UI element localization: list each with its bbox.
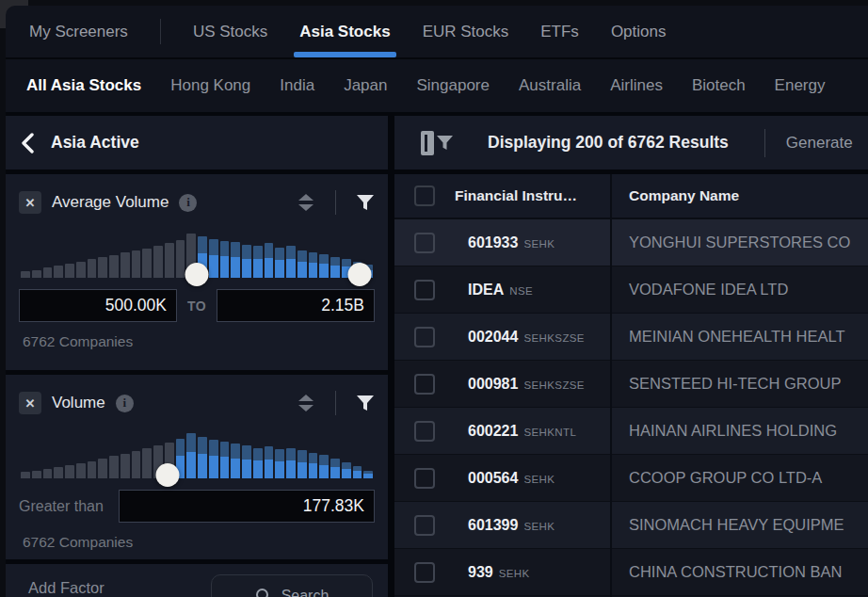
row-exchange: SEHK: [523, 238, 555, 250]
table-row[interactable]: 939 SEHK CHINA CONSTRUCTION BAN: [394, 549, 868, 596]
histogram-bar: [76, 463, 86, 478]
histogram-bar: [242, 245, 251, 278]
row-checkbox[interactable]: [414, 327, 435, 347]
add-factor-label[interactable]: Add Factor: [28, 579, 104, 597]
row-checkbox[interactable]: [414, 374, 435, 395]
slider-handle[interactable]: [348, 263, 372, 286]
back-chevron-icon[interactable]: [21, 133, 35, 153]
histogram-bar: [297, 250, 307, 278]
tabbar-divider: [160, 19, 161, 44]
table-row[interactable]: 600221 SEHKNTL HAINAN AIRLINES HOLDING: [394, 408, 868, 455]
histogram-bar: [121, 252, 130, 278]
close-icon[interactable]: ✕: [19, 191, 41, 214]
search-button[interactable]: Search: [211, 574, 373, 597]
select-all-checkbox[interactable]: [414, 186, 435, 206]
column-header-instrument[interactable]: Financial Instru…: [455, 187, 610, 204]
histogram-bar: [330, 459, 340, 478]
histogram-bar: [253, 246, 263, 278]
tab-etfs[interactable]: ETFs: [540, 6, 579, 57]
table-row[interactable]: 002044 SEHKSZSE MEINIAN ONEHEALTH HEALT: [394, 314, 868, 361]
slider-handle[interactable]: [185, 263, 209, 286]
row-checkbox[interactable]: [414, 515, 435, 536]
info-icon[interactable]: i: [116, 395, 134, 412]
funnel-icon[interactable]: [356, 194, 375, 212]
companies-count: 6762 Companies: [23, 333, 375, 350]
condition-label: Greater than: [19, 498, 104, 515]
row-ticker: 000981: [468, 376, 518, 393]
tab-eur-stocks[interactable]: EUR Stocks: [423, 6, 509, 57]
table-row[interactable]: 601933 SEHK YONGHUI SUPERSTORES CO: [394, 219, 868, 266]
histogram-bar: [142, 249, 152, 278]
histogram-bar: [319, 455, 329, 478]
content-area: Asia Active ✕ Average Volume i: [6, 112, 868, 597]
subnav-singapore[interactable]: Singapore: [416, 76, 490, 95]
row-ticker: IDEA: [468, 282, 504, 298]
table-header-row: Financial Instru… Company Name: [394, 174, 868, 219]
histogram-bar: [98, 459, 107, 478]
row-ticker: 601933: [468, 234, 518, 251]
histogram-bar: [265, 446, 274, 478]
row-ticker: 600221: [468, 423, 518, 440]
histogram-bar: [32, 270, 41, 278]
histogram-bar: [142, 448, 152, 478]
generate-button[interactable]: Generate: [786, 134, 853, 153]
sort-icon[interactable]: [297, 393, 315, 413]
subnav-airlines[interactable]: Airlines: [610, 76, 663, 95]
row-checkbox[interactable]: [414, 280, 435, 300]
close-icon[interactable]: ✕: [19, 392, 41, 414]
table-row[interactable]: 601399 SEHK SINOMACH HEAVY EQUIPME: [394, 502, 868, 549]
table-row[interactable]: 000564 SEHK CCOOP GROUP CO LTD-A: [394, 455, 868, 502]
histogram-bar: [209, 239, 218, 278]
row-ticker: 939: [468, 564, 493, 581]
funnel-icon[interactable]: [356, 395, 375, 412]
subnav-australia[interactable]: Australia: [519, 76, 581, 95]
filter-panel-toggle-icon[interactable]: [420, 130, 454, 156]
histogram[interactable]: [21, 225, 373, 278]
row-checkbox[interactable]: [414, 421, 435, 442]
histogram-bar: [21, 472, 30, 478]
histogram-bar: [76, 262, 86, 278]
screener-app: My Screeners US Stocks Asia Stocks EUR S…: [6, 6, 868, 597]
row-checkbox[interactable]: [414, 233, 435, 253]
histogram[interactable]: [21, 426, 373, 478]
row-checkbox[interactable]: [414, 562, 435, 583]
histogram-bar: [88, 461, 97, 478]
subnav-japan[interactable]: Japan: [344, 76, 387, 95]
tab-my-screeners[interactable]: My Screeners: [29, 6, 128, 57]
histogram-bar: [297, 450, 307, 478]
tab-us-stocks[interactable]: US Stocks: [193, 6, 267, 57]
subnav-biotech[interactable]: Biotech: [692, 76, 746, 95]
histogram-bar: [220, 241, 230, 278]
greater-than-input[interactable]: [119, 490, 375, 523]
histogram-bar: [153, 246, 163, 278]
results-table: Financial Instru… Company Name 601933 SE…: [394, 174, 868, 597]
histogram-bar: [309, 453, 318, 478]
histogram-bar: [132, 451, 141, 478]
range-min-input[interactable]: [19, 289, 177, 322]
slider-handle[interactable]: [155, 463, 179, 487]
sort-icon[interactable]: [297, 192, 315, 213]
range-max-input[interactable]: [217, 289, 375, 322]
row-ticker: 000564: [468, 470, 518, 487]
table-row[interactable]: IDEA NSE VODAFONE IDEA LTD: [394, 266, 868, 314]
tab-options[interactable]: Options: [611, 6, 667, 57]
histogram-bar: [176, 240, 185, 278]
histogram-bar: [43, 469, 53, 478]
subnav-india[interactable]: India: [280, 76, 314, 95]
info-icon[interactable]: i: [179, 194, 197, 212]
to-label: TO: [177, 298, 217, 314]
subnav-energy[interactable]: Energy: [775, 76, 826, 95]
subnav-all-asia-stocks[interactable]: All Asia Stocks: [26, 76, 141, 95]
row-company: VODAFONE IDEA LTD: [610, 281, 868, 298]
header-divider: [764, 129, 765, 157]
histogram-bar: [330, 257, 340, 278]
histogram-bar: [121, 454, 130, 478]
tab-asia-stocks[interactable]: Asia Stocks: [299, 6, 390, 57]
table-row[interactable]: 000981 SEHKSZSE SENSTEED HI-TECH GROUP: [394, 361, 868, 408]
subnav-hong-kong[interactable]: Hong Kong: [170, 76, 250, 95]
row-company: CCOOP GROUP CO LTD-A: [610, 469, 868, 487]
column-header-company[interactable]: Company Name: [610, 187, 868, 204]
histogram-bar: [265, 243, 274, 278]
row-exchange: SEHKSZSE: [523, 379, 585, 391]
row-checkbox[interactable]: [414, 468, 435, 489]
